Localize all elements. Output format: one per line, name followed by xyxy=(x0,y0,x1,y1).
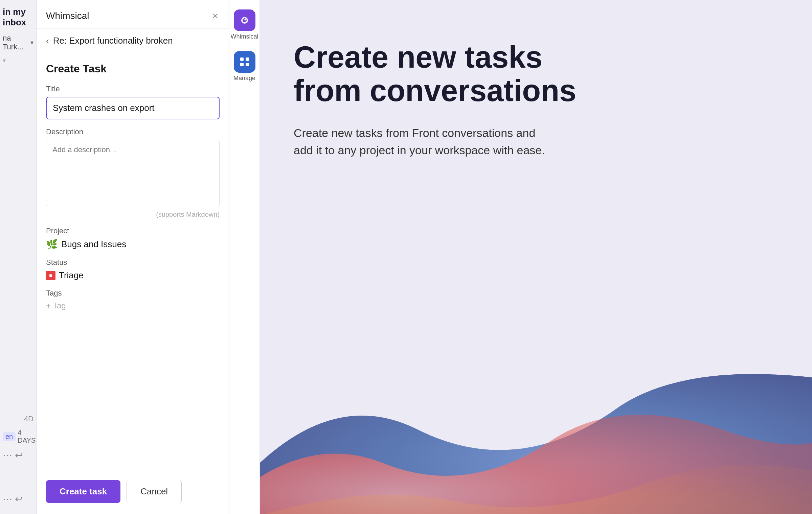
back-arrow-icon[interactable]: ‹ xyxy=(46,36,49,46)
inbox-label: in my inbox xyxy=(0,0,36,31)
dots-icon[interactable]: ⋯ xyxy=(3,450,12,461)
wave-illustration xyxy=(260,311,812,514)
title-input[interactable] xyxy=(46,97,220,119)
plus-icon: + xyxy=(46,301,51,310)
panel-title: Whimsical xyxy=(46,10,89,21)
svg-rect-3 xyxy=(240,57,244,61)
svg-point-2 xyxy=(244,19,246,21)
chevron-down-icon-2: ▾ xyxy=(3,57,6,64)
account-name: na Turk... xyxy=(3,34,29,51)
markdown-hint: (supports Markdown) xyxy=(46,211,220,218)
panel-header: Whimsical × xyxy=(37,0,229,29)
main-content: Create new tasks from conversations Crea… xyxy=(260,0,812,514)
reply-icon-2[interactable]: ↩ xyxy=(15,493,23,505)
tags-section: Tags + Tag xyxy=(46,289,220,310)
sidebar-time: 4D xyxy=(0,412,36,426)
left-sidebar: in my inbox na Turk... ▾ ▾ 4D en 4 DAYS … xyxy=(0,0,37,514)
title-label: Title xyxy=(46,85,220,93)
sidebar-row3: ⋯ ↩ xyxy=(0,491,36,507)
project-value[interactable]: 🌿 Bugs and Issues xyxy=(46,239,220,250)
reply-icon[interactable]: ↩ xyxy=(15,450,23,461)
svg-rect-4 xyxy=(246,57,249,61)
badge-open: en xyxy=(3,432,16,441)
form-heading: Create Task xyxy=(46,63,220,75)
task-panel: Whimsical × ‹ Re: Export functionality b… xyxy=(37,0,229,514)
dots-icon-2[interactable]: ⋯ xyxy=(3,493,12,505)
sidebar-badge-row: en 4 DAYS xyxy=(0,426,36,447)
svg-point-1 xyxy=(243,18,247,22)
description-textarea[interactable] xyxy=(46,140,220,207)
project-icon: 🌿 xyxy=(46,239,58,250)
tags-label: Tags xyxy=(46,289,220,298)
close-button[interactable]: × xyxy=(211,9,220,22)
back-navigation[interactable]: ‹ Re: Export functionality broken xyxy=(37,29,229,53)
wave-svg xyxy=(260,311,812,514)
back-text: Re: Export functionality broken xyxy=(53,36,173,46)
create-task-form: Create Task Title Description (supports … xyxy=(37,53,229,472)
main-subtext: Create new tasks from Front conversation… xyxy=(294,124,558,159)
tag-placeholder: Tag xyxy=(53,301,66,310)
project-label: Project xyxy=(46,227,220,235)
project-name: Bugs and Issues xyxy=(61,239,126,250)
badge-days: 4 DAYS xyxy=(18,429,36,444)
project-section: Project 🌿 Bugs and Issues xyxy=(46,227,220,250)
svg-rect-7 xyxy=(260,311,812,514)
manage-icon-button[interactable]: Manage xyxy=(231,48,258,85)
main-headline: Create new tasks from conversations xyxy=(294,41,598,108)
sidebar-divider: ▾ xyxy=(0,54,36,67)
form-actions: Create task Cancel xyxy=(37,472,229,514)
status-name: Triage xyxy=(59,270,84,281)
status-icon: ■ xyxy=(46,271,55,280)
manage-icon-circle xyxy=(234,51,255,73)
cancel-button[interactable]: Cancel xyxy=(127,480,182,503)
whimsical-logo-icon xyxy=(238,14,251,27)
chevron-down-icon: ▾ xyxy=(30,39,33,46)
whimsical-icon-circle xyxy=(234,9,255,31)
status-label: Status xyxy=(46,258,220,267)
add-tag-button[interactable]: + Tag xyxy=(46,301,66,310)
description-label: Description xyxy=(46,127,220,136)
svg-rect-6 xyxy=(246,63,249,66)
right-icons-sidebar: Whimsical Manage xyxy=(229,0,260,514)
account-row[interactable]: na Turk... ▾ xyxy=(0,31,36,54)
status-value[interactable]: ■ Triage xyxy=(46,270,220,281)
whimsical-icon-button[interactable]: Whimsical xyxy=(228,7,261,43)
sidebar-row2: ⋯ ↩ xyxy=(0,447,36,464)
create-task-button[interactable]: Create task xyxy=(46,480,120,503)
svg-rect-5 xyxy=(240,63,244,66)
manage-icon-label: Manage xyxy=(233,75,255,82)
manage-grid-icon xyxy=(239,56,250,68)
status-section: Status ■ Triage xyxy=(46,258,220,281)
whimsical-icon-label: Whimsical xyxy=(231,33,258,40)
